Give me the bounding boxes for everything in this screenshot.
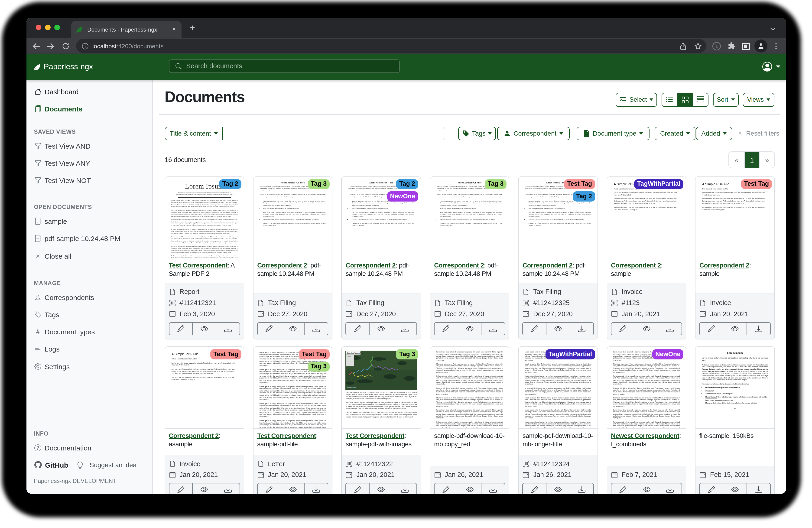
svg-text:Google Earth: Google Earth <box>347 386 357 388</box>
svg-text:Boundary Waters Trip: Boundary Waters Trip <box>347 352 363 354</box>
svg-text:1: 1 <box>715 44 718 48</box>
svg-text:Legend: Legend <box>347 356 351 357</box>
